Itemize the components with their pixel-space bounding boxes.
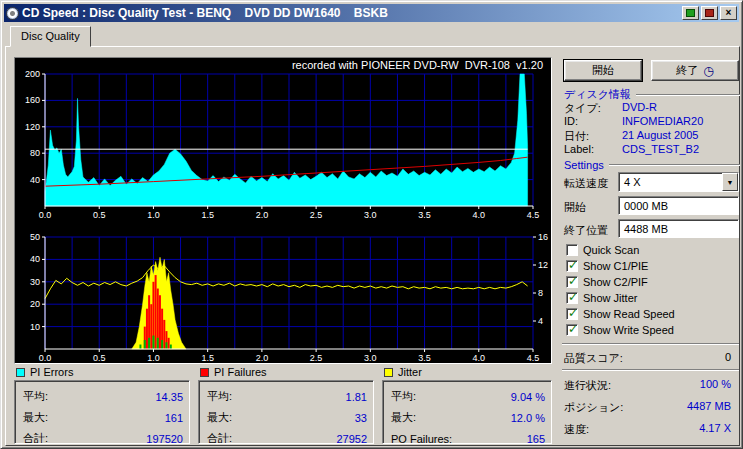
end-position-field[interactable]: 4488 MB [618,219,739,238]
checkbox-box[interactable] [566,260,578,272]
quality-chart-panel: recorded with PIONEER DVD-RW DVR-108 v1.… [14,57,552,364]
svg-text:1.0: 1.0 [147,353,160,363]
disc-type-value: DVD-R [622,101,657,113]
separator [562,343,739,345]
recorded-with-label: recorded with PIONEER DVD-RW DVR-108 v1.… [292,59,543,71]
svg-text:160: 160 [25,95,40,105]
checkbox-box[interactable] [566,292,578,304]
content-panel: recorded with PIONEER DVD-RW DVR-108 v1.… [5,46,740,446]
quality-charts: 0.00.51.01.52.02.53.03.54.04.54080120160… [15,58,551,363]
pi-errors-legend: PI Errors [16,366,73,378]
start-button[interactable]: 開始 [564,60,642,81]
separator [562,369,739,371]
svg-text:3.0: 3.0 [364,353,377,363]
svg-text:1.0: 1.0 [147,210,160,220]
disc-id-label: ID: [564,115,578,127]
checkbox-show-c2-pif[interactable]: Show C2/PIF [566,276,648,288]
app-icon [6,7,19,20]
svg-text:12: 12 [538,260,548,270]
disc-label-value: CDS_TEST_B2 [622,143,699,155]
svg-text:2.0: 2.0 [256,210,269,220]
svg-text:20: 20 [30,299,40,309]
svg-text:8: 8 [538,288,543,298]
progress-value: 100 % [700,378,731,390]
svg-text:30: 30 [30,277,40,287]
svg-text:1.5: 1.5 [201,353,214,363]
end-position-label: 終了位置 [564,223,608,238]
svg-text:2.5: 2.5 [310,353,323,363]
speed-value: 4.17 X [699,422,731,434]
svg-text:2.5: 2.5 [310,210,323,220]
checkbox-box[interactable] [566,308,578,320]
jitter-swatch [384,368,393,377]
svg-text:40: 40 [30,175,40,185]
checkbox-show-jitter[interactable]: Show Jitter [566,292,637,304]
start-position-field[interactable]: 0000 MB [618,196,739,215]
position-value: 4487 MB [687,400,731,412]
svg-text:120: 120 [25,122,40,132]
svg-text:0.0: 0.0 [39,210,52,220]
svg-text:16: 16 [538,232,548,242]
start-position-label: 開始 [564,200,586,215]
window-title: CD Speed : Disc Quality Test - BENQ DVD … [22,4,388,22]
svg-text:40: 40 [30,254,40,264]
svg-text:3.5: 3.5 [418,353,431,363]
pi-failures-swatch [200,368,209,377]
svg-text:80: 80 [30,148,40,158]
jitter-stats: 平均:9.04 % 最大:12.0 % PO Failures:165 [382,380,552,444]
quality-score-value: 0 [725,351,731,363]
tab-disc-quality[interactable]: Disc Quality [10,26,91,47]
checkbox-box[interactable] [566,324,578,336]
checkbox-show-read-speed[interactable]: Show Read Speed [566,308,675,320]
red-disc-icon [705,9,714,17]
jitter-legend: Jitter [384,366,422,378]
svg-text:4.0: 4.0 [473,353,486,363]
quality-score-label: 品質スコア: [564,351,623,366]
checkbox-show-c1-pie[interactable]: Show C1/PIE [566,260,648,272]
svg-text:2.0: 2.0 [256,353,269,363]
clock-icon: ◷ [703,65,713,77]
pi-failures-legend: PI Failures [200,366,267,378]
svg-text:0.5: 0.5 [93,210,106,220]
svg-text:3.5: 3.5 [418,210,431,220]
disc-info-header: ディスク情報 [564,87,740,102]
svg-text:4.5: 4.5 [527,353,540,363]
checkbox-quick-scan[interactable]: Quick Scan [566,244,639,256]
titlebar-red-button[interactable] [701,6,718,20]
disc-label-label: Label: [564,143,594,155]
checkbox-show-write-speed[interactable]: Show Write Speed [566,324,674,336]
progress-label: 進行状況: [564,378,611,393]
close-button[interactable]: × [720,6,737,20]
svg-text:0.5: 0.5 [93,353,106,363]
svg-text:4.5: 4.5 [527,210,540,220]
disc-date-label: 日付: [564,129,589,144]
titlebar-green-button[interactable] [682,6,699,20]
svg-text:200: 200 [25,69,40,79]
svg-text:4.0: 4.0 [473,210,486,220]
speed-label: 速度: [564,422,589,437]
green-chart-icon [686,9,695,17]
pi-failures-stats: 平均:1.81 最大:33 合計:27952 [198,380,374,444]
close-icon: × [726,8,732,18]
disc-type-label: タイプ: [564,101,601,116]
checkbox-box[interactable] [566,276,578,288]
stop-button[interactable]: 終了◷ [651,60,739,81]
chevron-down-icon[interactable]: ▼ [722,173,738,191]
svg-text:3.0: 3.0 [364,210,377,220]
checkbox-box[interactable] [566,244,578,256]
svg-text:1.5: 1.5 [201,210,214,220]
svg-text:10: 10 [30,322,40,332]
transfer-speed-label: 転送速度 [564,176,608,191]
settings-header: Settings [564,159,740,171]
svg-text:4: 4 [538,316,543,326]
transfer-speed-select[interactable]: 4 X ▼ [618,172,739,192]
svg-text:50: 50 [30,232,40,242]
svg-text:0.0: 0.0 [39,353,52,363]
disc-id-value: INFOMEDIAR20 [622,115,703,127]
disc-date-value: 21 August 2005 [622,129,698,141]
pi-errors-swatch [16,368,25,377]
position-label: ポジション: [564,400,623,415]
pi-errors-stats: 平均:14.35 最大:161 合計:197520 [14,380,190,444]
app-window: CD Speed : Disc Quality Test - BENQ DVD … [0,0,743,449]
title-bar: CD Speed : Disc Quality Test - BENQ DVD … [4,4,739,22]
